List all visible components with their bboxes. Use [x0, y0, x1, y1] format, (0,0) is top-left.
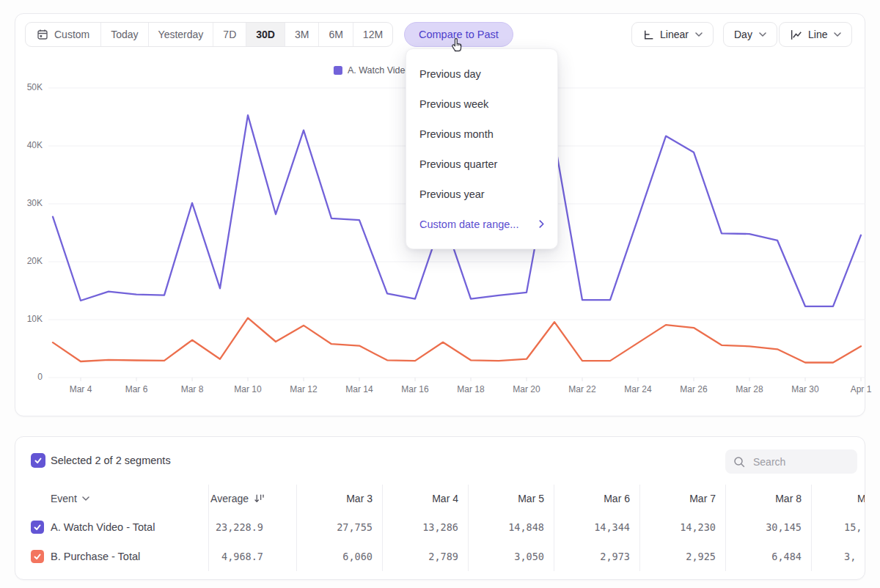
segments-search-box	[725, 449, 857, 474]
column-header-mar-8: Mar 8	[726, 485, 812, 512]
y-axis-tick-label: 40K	[4, 140, 43, 150]
segment-name-cell: A. Watch Video - Total	[15, 512, 209, 542]
value-cell: 14,344	[554, 512, 640, 542]
date-range-label: 3M	[295, 29, 309, 40]
x-axis-tick-label: Mar 28	[726, 384, 773, 394]
x-axis-tick-label: Mar 8	[169, 384, 216, 394]
column-header-mar-5: Mar 5	[469, 485, 554, 512]
column-header-label: Mar 8	[775, 493, 802, 504]
chevron-down-icon	[759, 32, 766, 37]
legend-swatch	[334, 66, 342, 75]
sort-descending-icon[interactable]	[254, 493, 265, 504]
segments-table: EventAverageMar 3Mar 4Mar 5Mar 6Mar 7Mar…	[15, 485, 865, 571]
scale-dropdown-button[interactable]: Linear	[631, 22, 714, 47]
date-range-3m[interactable]: 3M	[285, 23, 319, 46]
axis-scale-icon	[642, 29, 655, 41]
value-cell: 2,789	[383, 542, 469, 571]
x-axis-tick-label: Mar 10	[224, 384, 271, 394]
segments-card: Selected 2 of 2 segments EventAverageMar…	[15, 436, 865, 580]
x-axis-tick-label: Mar 4	[57, 384, 104, 394]
compare-to-past-button[interactable]: Compare to Past	[404, 22, 513, 47]
column-header-average[interactable]: Average	[209, 485, 297, 512]
selected-segments-label: Selected 2 of 2 segments	[51, 455, 171, 466]
date-range-label: Yesterday	[158, 29, 204, 40]
date-range-label: Today	[111, 29, 138, 40]
value-cell: 30,145	[726, 512, 812, 542]
date-range-label: 30D	[256, 29, 275, 40]
chevron-right-icon	[539, 220, 544, 228]
chevron-down-icon	[834, 32, 841, 37]
x-axis-tick-label: Mar 16	[392, 384, 439, 394]
date-range-today[interactable]: Today	[101, 23, 148, 46]
menu-item-previous-week[interactable]: Previous week	[406, 89, 557, 119]
menu-item-previous-quarter[interactable]: Previous quarter	[406, 149, 557, 179]
interval-dropdown-button[interactable]: Day	[723, 22, 777, 47]
date-range-selector: CustomTodayYesterday7D30D3M6M12M	[25, 22, 393, 47]
column-header-label: Event	[51, 493, 77, 504]
date-range-label: 12M	[363, 29, 383, 40]
menu-item-previous-month[interactable]: Previous month	[406, 119, 557, 149]
segment-name-cell: B. Purchase - Total	[15, 542, 209, 571]
menu-item-custom-date-range[interactable]: Custom date range...	[406, 209, 557, 239]
column-header-label: M	[857, 493, 865, 504]
date-range-30d[interactable]: 30D	[246, 23, 285, 46]
x-axis-tick-label: Mar 30	[782, 384, 829, 394]
x-axis-tick-label: Mar 20	[503, 384, 550, 394]
date-range-label: Custom	[54, 29, 89, 40]
date-range-yesterday[interactable]: Yesterday	[149, 23, 214, 46]
search-icon	[733, 455, 746, 468]
column-header-event[interactable]: Event	[15, 485, 209, 512]
y-axis-tick-label: 0	[4, 372, 43, 382]
segment-checkbox[interactable]	[31, 521, 44, 534]
chevron-down-icon	[695, 32, 703, 37]
date-range-7d[interactable]: 7D	[213, 23, 246, 46]
y-axis-tick-label: 50K	[4, 82, 43, 92]
date-range-6m[interactable]: 6M	[319, 23, 353, 46]
menu-item-previous-year[interactable]: Previous year	[406, 179, 557, 209]
y-axis-tick-label: 30K	[4, 198, 43, 208]
column-header-label: Average	[210, 493, 249, 504]
value-cell: 6,484	[726, 542, 812, 571]
x-axis-tick-label: Mar 12	[280, 384, 327, 394]
column-header-mar-4: Mar 4	[383, 485, 469, 512]
scale-label: Linear	[660, 29, 689, 40]
custom-date-range-label: Custom date range...	[419, 218, 518, 230]
date-range-label: 7D	[223, 29, 236, 40]
segment-checkbox[interactable]	[31, 550, 44, 563]
line-chart-icon	[790, 29, 803, 41]
menu-item-previous-day[interactable]: Previous day	[406, 59, 557, 89]
value-cell: 3,050	[469, 542, 554, 571]
date-range-custom[interactable]: Custom	[26, 23, 101, 46]
date-range-label: 6M	[329, 29, 342, 40]
x-axis-tick-label: Mar 14	[336, 384, 383, 394]
column-header-label: Mar 3	[346, 493, 373, 504]
value-cell: 2,973	[554, 542, 640, 571]
column-header-mar-7: Mar 7	[640, 485, 726, 512]
x-axis-tick-label: Apr 1	[837, 384, 880, 394]
chevron-down-icon	[82, 496, 89, 501]
interval-label: Day	[734, 29, 752, 40]
search-input[interactable]	[753, 456, 848, 468]
x-axis-tick-label: Mar 26	[670, 384, 717, 394]
date-range-12m[interactable]: 12M	[353, 23, 392, 46]
y-axis-tick-label: 10K	[4, 314, 43, 324]
value-cell: 27,755	[297, 512, 383, 542]
calendar-icon	[37, 29, 48, 40]
chart-type-label: Line	[808, 29, 827, 40]
x-axis-tick-label: Mar 22	[559, 384, 606, 394]
column-header-label: Mar 7	[689, 493, 716, 504]
value-cell: 14,230	[640, 512, 726, 542]
value-cell: 15,	[812, 512, 865, 542]
x-axis-tick-label: Mar 18	[447, 384, 494, 394]
segment-label: B. Purchase - Total	[51, 551, 140, 562]
value-cell: 14,848	[469, 512, 554, 542]
value-cell: 4,968.7	[209, 542, 297, 571]
value-cell: 3,	[812, 542, 865, 571]
column-header-label: Mar 6	[604, 493, 630, 504]
column-header-mar-3: Mar 3	[297, 485, 383, 512]
x-axis-tick-label: Mar 6	[113, 384, 160, 394]
select-all-segments-checkbox[interactable]	[31, 453, 45, 468]
value-cell: 23,228.9	[209, 512, 297, 542]
chart-type-dropdown-button[interactable]: Line	[779, 22, 852, 47]
value-cell: 6,060	[297, 542, 383, 571]
